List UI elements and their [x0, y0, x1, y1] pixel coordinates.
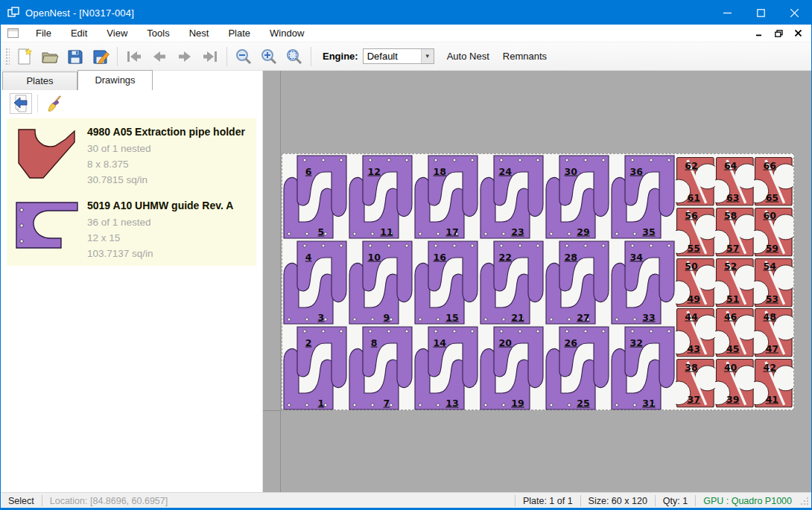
part-number: 7	[384, 397, 390, 408]
chevron-down-icon[interactable]: ▼	[421, 49, 434, 63]
remnants-button[interactable]: Remnants	[496, 47, 554, 66]
purple-part-pair[interactable]: 2625	[545, 325, 610, 411]
part-number: 21	[511, 311, 524, 322]
purple-parts-region: 65 1211 1817 2423 3029 3635 43 109	[282, 154, 676, 411]
save-as-button[interactable]	[88, 45, 113, 68]
auto-nest-button[interactable]: Auto Nest	[440, 47, 496, 66]
purple-part-pair[interactable]: 43	[282, 240, 348, 325]
red-part-pair[interactable]: 4645	[715, 307, 755, 358]
purple-part-pair[interactable]: 1615	[413, 240, 479, 325]
red-part-pair[interactable]: 4443	[676, 307, 715, 358]
red-part-pair[interactable]: 6059	[754, 207, 793, 258]
menu-edit[interactable]: Edit	[61, 25, 97, 41]
purple-part-pair[interactable]: 3029	[545, 154, 610, 240]
menu-tools[interactable]: Tools	[137, 25, 179, 41]
status-qty: Qty: 1	[656, 496, 695, 506]
part-number: 62	[685, 159, 697, 170]
zoom-in-button[interactable]	[256, 45, 282, 68]
red-part-pair[interactable]: 4039	[715, 358, 755, 409]
red-part-pair[interactable]: 5857	[715, 207, 755, 258]
save-button[interactable]	[63, 45, 88, 68]
engine-combobox[interactable]: Default ▼	[363, 48, 434, 64]
new-file-button[interactable]	[12, 45, 37, 68]
zoom-fit-button[interactable]	[282, 45, 307, 68]
red-part-pair[interactable]: 6463	[715, 156, 755, 207]
purple-part-pair[interactable]: 2019	[479, 325, 545, 411]
go-previous-button[interactable]	[147, 45, 172, 68]
resize-grip-icon[interactable]	[799, 496, 810, 506]
purple-part-pair[interactable]: 1817	[413, 154, 479, 240]
part-number: 16	[433, 252, 445, 263]
part-number: 47	[766, 343, 778, 354]
go-first-button[interactable]	[121, 45, 147, 68]
red-part-pair[interactable]: 5655	[676, 207, 715, 258]
part-number: 3	[318, 311, 325, 322]
part-number: 36	[629, 166, 642, 177]
drawing-title: 5019 A10 UHMW guide Rev. A	[87, 198, 252, 214]
part-number: 19	[511, 397, 524, 408]
part-number: 53	[766, 293, 778, 304]
purple-part-pair[interactable]: 109	[348, 240, 413, 325]
purple-part-pair[interactable]: 1211	[348, 154, 413, 240]
menu-nest[interactable]: Nest	[180, 25, 219, 41]
purple-part-pair[interactable]: 3231	[610, 325, 676, 411]
part-number: 28	[564, 252, 577, 263]
purple-part-pair[interactable]: 2827	[545, 240, 610, 325]
purple-part-pair[interactable]: 87	[348, 325, 413, 411]
part-number: 40	[724, 361, 737, 372]
clean-icon	[46, 95, 63, 112]
purple-part-pair[interactable]: 65	[282, 154, 348, 240]
document-icon[interactable]	[7, 28, 19, 38]
menu-plate[interactable]: Plate	[218, 25, 260, 41]
clean-button[interactable]	[43, 93, 66, 114]
purple-part-pair[interactable]: 1413	[413, 325, 479, 411]
menu-bar: File Edit View Tools Nest Plate Window	[1, 25, 811, 42]
status-size: Size: 60 x 120	[581, 496, 655, 506]
go-last-button[interactable]	[197, 45, 223, 68]
menu-file[interactable]: File	[26, 25, 61, 41]
red-part-pair[interactable]: 3837	[676, 358, 715, 409]
purple-part-pair[interactable]: 2423	[479, 154, 545, 240]
plate[interactable]: 65 1211 1817 2423 3029 3635 43 109	[282, 153, 794, 410]
menu-view[interactable]: View	[97, 25, 137, 41]
mdi-minimize-button[interactable]	[752, 27, 767, 40]
red-part-pair[interactable]: 4241	[754, 358, 793, 409]
main-toolbar: Engine: Default ▼ Auto Nest Remnants	[1, 42, 811, 71]
minimize-button[interactable]	[711, 1, 744, 25]
toolbar-separator	[37, 95, 38, 112]
purple-part-pair[interactable]: 3433	[610, 240, 676, 325]
zoom-out-button[interactable]	[231, 45, 256, 68]
save-icon	[67, 48, 83, 65]
red-part-pair[interactable]: 4847	[754, 307, 793, 358]
red-part-pair[interactable]: 5251	[715, 258, 755, 308]
close-button[interactable]	[778, 1, 811, 25]
tab-plates[interactable]: Plates	[2, 71, 77, 90]
maximize-button[interactable]	[744, 1, 778, 25]
red-part-pair[interactable]: 6261	[676, 156, 715, 207]
part-number: 24	[498, 166, 511, 177]
toolbar-grip[interactable]	[4, 47, 10, 66]
red-part-pair[interactable]: 5049	[676, 258, 715, 308]
import-drawing-button[interactable]	[10, 93, 32, 114]
purple-part-pair[interactable]: 3635	[610, 154, 676, 240]
purple-part-pair[interactable]: 2221	[479, 240, 545, 325]
go-next-button[interactable]	[172, 45, 197, 68]
red-part-pair[interactable]: 6665	[754, 156, 793, 207]
red-part-pair[interactable]: 5453	[754, 258, 793, 308]
part-number: 64	[724, 159, 737, 170]
drawing-nested: 36 of 1 nested	[87, 214, 252, 230]
engine-value: Default	[367, 51, 398, 62]
part-number: 6	[305, 166, 312, 177]
tab-drawings[interactable]: Drawings	[77, 70, 153, 90]
mdi-restore-button[interactable]	[771, 27, 786, 40]
status-bar: Select Location: [84.8696, 60.6957] Plat…	[1, 492, 811, 509]
purple-part-pair[interactable]: 21	[282, 325, 348, 411]
part-number: 12	[367, 166, 380, 177]
nest-canvas[interactable]: 65 1211 1817 2423 3029 3635 43 109	[263, 71, 811, 492]
drawing-area: 30.7815 sq/in	[87, 172, 252, 188]
menu-window[interactable]: Window	[260, 25, 314, 41]
mdi-close-button[interactable]	[790, 27, 805, 40]
open-folder-button[interactable]	[37, 45, 63, 68]
drawing-item-1[interactable]: 4980 A05 Extraction pipe holder 30 of 1 …	[7, 118, 256, 192]
drawing-item-2[interactable]: 5019 A10 UHMW guide Rev. A 36 of 1 neste…	[7, 192, 256, 266]
